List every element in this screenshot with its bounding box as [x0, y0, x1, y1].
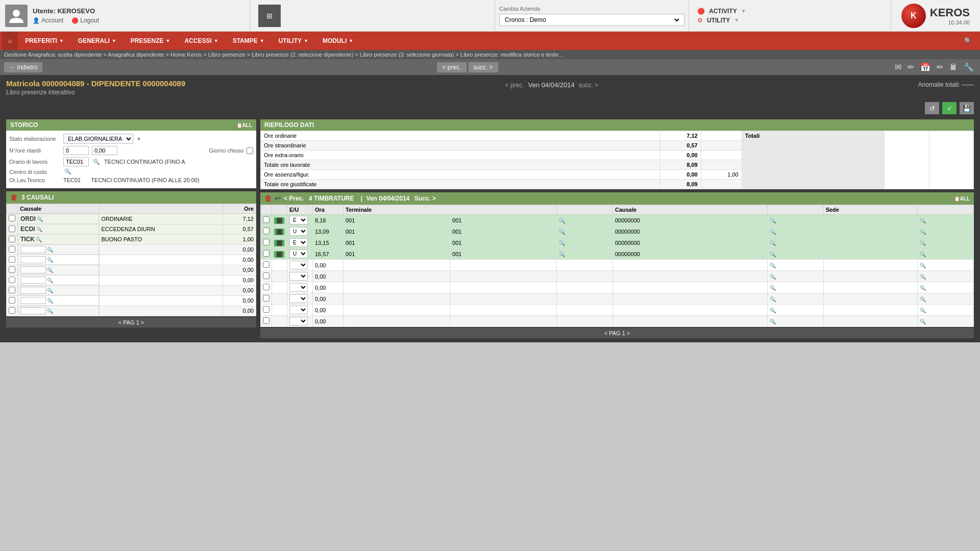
- timbrature-pag-footer[interactable]: < PAG 1 >: [260, 328, 974, 338]
- causali-search-9[interactable]: 🔍: [47, 308, 53, 314]
- eu-select-0[interactable]: E: [289, 216, 308, 224]
- nav-presenze[interactable]: PRESENZE ▼: [124, 32, 178, 50]
- logout-link[interactable]: 🔴 Logout: [71, 17, 99, 24]
- causali-search-5[interactable]: 🔍: [47, 267, 53, 273]
- causali-code-input-4[interactable]: [20, 256, 46, 263]
- nav-accessi[interactable]: ACCESSI ▼: [177, 32, 225, 50]
- eu-select-1[interactable]: U: [289, 227, 308, 236]
- eu-select-5[interactable]: [289, 272, 308, 281]
- eu-select-9[interactable]: [289, 317, 308, 325]
- timbrature-undo-icon[interactable]: ↩: [275, 194, 281, 203]
- centro-search-btn[interactable]: 🔍: [63, 168, 72, 175]
- nav-search-btn[interactable]: 🔍: [958, 32, 978, 50]
- causali-search-3[interactable]: 🔍: [47, 247, 53, 253]
- timbrature-checkbox-6[interactable]: [263, 284, 270, 290]
- timbrature-search-c-2[interactable]: 🔍: [770, 240, 776, 246]
- timbrature-search-t-0[interactable]: 🔍: [559, 218, 565, 223]
- causali-search-0[interactable]: 🔍: [37, 216, 43, 222]
- causali-code-input-5[interactable]: [20, 266, 46, 273]
- timbrature-checkbox-5[interactable]: [263, 272, 270, 279]
- back-button[interactable]: ← Indietro: [4, 62, 42, 72]
- causali-checkbox-2[interactable]: [9, 236, 15, 242]
- timbrature-search-c-1[interactable]: 🔍: [770, 229, 776, 235]
- causali-search-8[interactable]: 🔍: [47, 298, 53, 304]
- prev-button[interactable]: < prec.: [437, 62, 466, 72]
- date-prev-btn[interactable]: < prec.: [505, 82, 524, 89]
- causali-checkbox-1[interactable]: [9, 226, 15, 232]
- nav-utility[interactable]: UTILITY ▼: [272, 32, 315, 50]
- email-icon-btn[interactable]: ✉: [893, 61, 903, 73]
- timbrature-search-s-4[interactable]: 🔍: [920, 263, 926, 268]
- calc-icon-btn[interactable]: 🖩: [947, 62, 960, 73]
- nore-input1[interactable]: [63, 146, 89, 155]
- timbrature-search-s-1[interactable]: 🔍: [920, 229, 926, 235]
- nav-home[interactable]: ⌂: [2, 32, 18, 50]
- eu-select-3[interactable]: U: [289, 249, 308, 258]
- account-link[interactable]: 👤 Account: [33, 17, 63, 24]
- causali-search-6[interactable]: 🔍: [47, 278, 53, 283]
- timbrature-search-s-3[interactable]: 🔍: [920, 252, 926, 257]
- timbrature-checkbox-4[interactable]: [263, 261, 270, 268]
- date-next-btn[interactable]: succ. >: [579, 82, 598, 89]
- eu-select-6[interactable]: [289, 283, 308, 292]
- causali-search-7[interactable]: 🔍: [47, 288, 53, 293]
- timbrature-search-c-9[interactable]: 🔍: [770, 319, 776, 324]
- timbrature-search-s-0[interactable]: 🔍: [920, 218, 926, 223]
- timbrature-checkbox-9[interactable]: [263, 317, 270, 324]
- timbrature-checkbox-1[interactable]: [263, 228, 270, 234]
- timbrature-delete-icon[interactable]: 🗑: [264, 194, 272, 203]
- timbrature-search-c-8[interactable]: 🔍: [770, 308, 776, 313]
- orario-code-input[interactable]: [63, 157, 89, 166]
- timbrature-search-c-3[interactable]: 🔍: [770, 252, 776, 257]
- tool-icon-btn[interactable]: 🔧: [962, 61, 976, 73]
- timbrature-search-c-6[interactable]: 🔍: [770, 285, 776, 291]
- causali-checkbox-6[interactable]: [9, 277, 15, 283]
- causali-code-input-7[interactable]: [20, 287, 46, 294]
- causali-checkbox-3[interactable]: [9, 246, 15, 253]
- edit2-icon-btn[interactable]: ✏: [935, 61, 945, 73]
- causali-checkbox-0[interactable]: [9, 215, 15, 221]
- causali-delete-icon[interactable]: 🗑: [10, 193, 17, 202]
- company-dropdown[interactable]: Cronos : Demo: [503, 16, 681, 24]
- giorno-chiuso-checkbox[interactable]: [247, 147, 253, 154]
- timbrature-search-s-8[interactable]: 🔍: [920, 308, 926, 313]
- edit-icon-btn[interactable]: ✏: [905, 61, 916, 73]
- nore-input2[interactable]: [92, 146, 117, 155]
- timbrature-checkbox-7[interactable]: [263, 295, 270, 302]
- causali-pag-footer[interactable]: < PAG 1 >: [6, 317, 256, 328]
- causali-search-1[interactable]: 🔍: [36, 227, 42, 232]
- timbrature-search-s-2[interactable]: 🔍: [920, 240, 926, 246]
- utility-row[interactable]: ⚙ UTILITY ▼: [697, 16, 883, 25]
- causali-checkbox-4[interactable]: [9, 256, 15, 263]
- causali-code-input-3[interactable]: [20, 246, 46, 253]
- confirm-icon-btn[interactable]: ✓: [942, 102, 957, 114]
- causali-checkbox-8[interactable]: [9, 297, 15, 304]
- timbrature-search-t-1[interactable]: 🔍: [559, 229, 565, 235]
- causali-checkbox-5[interactable]: [9, 266, 15, 273]
- timbrature-search-s-5[interactable]: 🔍: [920, 274, 926, 280]
- timbrature-search-s-9[interactable]: 🔍: [920, 319, 926, 324]
- eu-select-2[interactable]: E: [289, 238, 308, 247]
- causali-search-4[interactable]: 🔍: [47, 257, 53, 263]
- eu-select-8[interactable]: [289, 306, 308, 314]
- timbrature-search-s-6[interactable]: 🔍: [920, 285, 926, 291]
- timbrature-search-c-5[interactable]: 🔍: [770, 274, 776, 280]
- orario-search-btn[interactable]: 🔍: [92, 159, 101, 165]
- activity-row[interactable]: 🔴 ACTIVITY ▼: [697, 7, 883, 16]
- causali-code-input-9[interactable]: [20, 307, 46, 314]
- timbrature-search-t-3[interactable]: 🔍: [559, 252, 565, 257]
- save-icon-btn[interactable]: 💾: [960, 102, 974, 114]
- timbrature-search-t-2[interactable]: 🔍: [559, 240, 565, 246]
- timbrature-search-s-7[interactable]: 🔍: [920, 296, 926, 302]
- causali-code-input-6[interactable]: [20, 277, 46, 284]
- history-icon-btn[interactable]: ↺: [925, 102, 939, 114]
- next-button[interactable]: succ. >: [469, 62, 498, 72]
- causali-checkbox-9[interactable]: [9, 307, 15, 314]
- causali-code-input-8[interactable]: [20, 297, 46, 304]
- timbrature-checkbox-2[interactable]: [263, 239, 270, 245]
- stato-select[interactable]: ELAB.GIORNALIERA: [63, 134, 133, 144]
- eu-select-7[interactable]: [289, 294, 308, 303]
- calendar-icon-btn[interactable]: 📅: [918, 61, 933, 73]
- causali-checkbox-7[interactable]: [9, 287, 15, 293]
- nav-generali[interactable]: GENERALI ▼: [71, 32, 124, 50]
